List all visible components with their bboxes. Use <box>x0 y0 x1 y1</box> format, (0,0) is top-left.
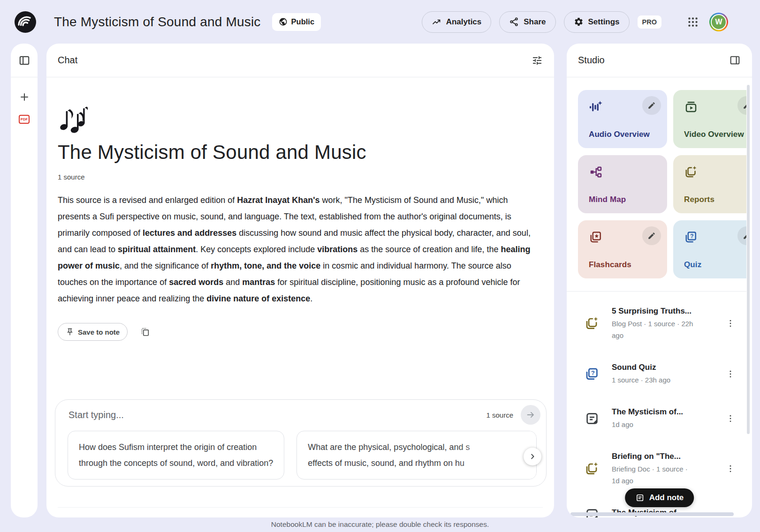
pencil-icon <box>743 101 746 110</box>
studio-scroll-area: Audio OverviewVideo OverviewMind MapRepo… <box>567 77 746 517</box>
visibility-badge[interactable]: Public <box>272 13 321 31</box>
svg-text:?: ? <box>591 369 595 376</box>
gear-icon <box>574 17 584 27</box>
chat-footer-divider <box>58 507 543 517</box>
source-count: 1 source <box>58 173 543 181</box>
pencil-icon <box>647 232 656 240</box>
reports-icon <box>585 461 600 476</box>
trending-up-icon <box>432 17 441 27</box>
studio-card-label: Audio Overview <box>589 130 667 139</box>
notebook-summary: This source is a revised and enlarged ed… <box>58 192 532 307</box>
more-options-icon[interactable] <box>724 412 737 425</box>
more-options-icon[interactable] <box>724 367 737 381</box>
mind-map-icon <box>589 165 667 179</box>
studio-item-title: The Mysticism of... <box>612 406 697 418</box>
input-source-count: 1 source <box>486 411 513 419</box>
next-suggestions-button[interactable] <box>524 448 541 465</box>
chat-panel: Chat <box>46 44 554 517</box>
studio-item-meta: Briefing Doc · 1 source · 1d ago <box>612 463 697 487</box>
add-source-button[interactable] <box>19 91 30 103</box>
send-button[interactable] <box>521 405 540 425</box>
studio-item-title: 5 Surprising Truths... <box>612 306 697 317</box>
chat-settings-tune-icon[interactable] <box>532 55 543 66</box>
studio-item-title: Briefing on "The... <box>612 451 697 462</box>
analytics-button[interactable]: Analytics <box>422 11 492 33</box>
add-note-button[interactable]: Add note <box>625 488 694 507</box>
music-notes-emoji <box>58 104 88 134</box>
pencil-icon <box>647 101 656 110</box>
share-icon <box>509 17 519 27</box>
quiz-icon: ? <box>585 367 600 382</box>
chat-input[interactable]: Start typing... <box>68 410 486 420</box>
notebooklm-app: The Mysticism of Sound and Music Public … <box>0 0 760 517</box>
chat-input-box: Start typing... 1 source How does Sufism… <box>55 399 547 487</box>
edit-audio-overview-button[interactable] <box>642 96 661 115</box>
video-overview-icon <box>684 100 746 114</box>
apps-grid-icon[interactable] <box>687 16 699 28</box>
studio-card-audio-overview[interactable]: Audio Overview <box>578 90 667 148</box>
studio-card-reports[interactable]: Reports <box>673 155 746 213</box>
more-options-icon[interactable] <box>724 317 737 330</box>
studio-horizontal-scrollbar[interactable] <box>570 512 734 516</box>
sources-rail: PDF <box>11 44 38 517</box>
studio-vertical-scrollbar[interactable] <box>747 85 750 434</box>
notebook-title-header[interactable]: The Mysticism of Sound and Music <box>54 15 261 30</box>
pencil-icon <box>743 232 746 240</box>
studio-card-label: Flashcards <box>589 260 667 270</box>
suggested-questions: How does Sufism interpret the origin of … <box>55 430 546 486</box>
studio-card-label: Reports <box>684 195 746 204</box>
suggested-question-chip[interactable]: How does Sufism interpret the origin of … <box>68 431 284 480</box>
notebooklm-logo-icon[interactable] <box>14 11 37 33</box>
notebook-title: The Mysticism of Sound and Music <box>58 141 543 164</box>
reports-icon <box>585 316 600 331</box>
studio-item-meta: 1d ago <box>612 419 697 430</box>
studio-card-mind-map[interactable]: Mind Map <box>578 155 667 213</box>
suggested-question-chip[interactable]: What are the physical, psychological, an… <box>296 431 537 480</box>
studio-card-video-overview[interactable]: Video Overview <box>673 90 746 148</box>
studio-item-sound-quiz[interactable]: ?Sound Quiz1 source · 23h ago <box>585 352 737 396</box>
collapse-right-panel-icon[interactable] <box>729 54 741 66</box>
chat-panel-title: Chat <box>58 55 77 66</box>
app-header: The Mysticism of Sound and Music Public … <box>0 0 760 44</box>
studio-item-meta: 1 source · 23h ago <box>612 374 697 386</box>
reports-icon <box>684 165 746 179</box>
note-icon <box>635 493 645 502</box>
edit-flashcards-button[interactable] <box>642 226 661 245</box>
svg-text:?: ? <box>690 233 693 240</box>
studio-panel-title: Studio <box>578 55 605 66</box>
studio-card-label: Quiz <box>684 260 746 270</box>
studio-item-5-surprising-truths[interactable]: 5 Surprising Truths...Blog Post · 1 sour… <box>585 295 737 352</box>
studio-item-the-mysticism-of[interactable]: The Mysticism of...1d ago <box>585 396 737 441</box>
studio-item-title: Sound Quiz <box>612 362 697 373</box>
main-layout: PDF Chat <box>0 44 760 517</box>
studio-card-flashcards[interactable]: Flashcards <box>578 220 667 278</box>
avatar-initial: W <box>711 14 727 30</box>
quiz-icon: ? <box>684 230 746 244</box>
studio-item-meta: Blog Post · 1 source · 22h ago <box>612 318 697 341</box>
studio-card-label: Mind Map <box>589 195 667 204</box>
studio-card-quiz[interactable]: ?Quiz <box>673 220 746 278</box>
account-avatar[interactable]: W <box>709 13 728 31</box>
studio-panel: Studio Audio OverviewVideo OverviewMind … <box>567 44 752 517</box>
collapse-left-panel-icon[interactable] <box>18 54 30 67</box>
pin-icon <box>66 328 74 336</box>
disclaimer-text: NotebookLM can be inaccurate; please dou… <box>0 520 760 529</box>
settings-button[interactable]: Settings <box>564 11 630 33</box>
copy-icon[interactable] <box>140 327 150 337</box>
pdf-source-icon[interactable]: PDF <box>19 115 30 124</box>
share-button[interactable]: Share <box>499 11 555 33</box>
studio-card-label: Video Overview <box>684 130 746 139</box>
globe-icon <box>279 17 288 26</box>
save-to-note-button[interactable]: Save to note <box>58 323 128 341</box>
visibility-label: Public <box>291 17 315 26</box>
note-icon <box>585 411 600 426</box>
pro-badge: PRO <box>638 15 661 29</box>
more-options-icon[interactable] <box>724 462 737 475</box>
